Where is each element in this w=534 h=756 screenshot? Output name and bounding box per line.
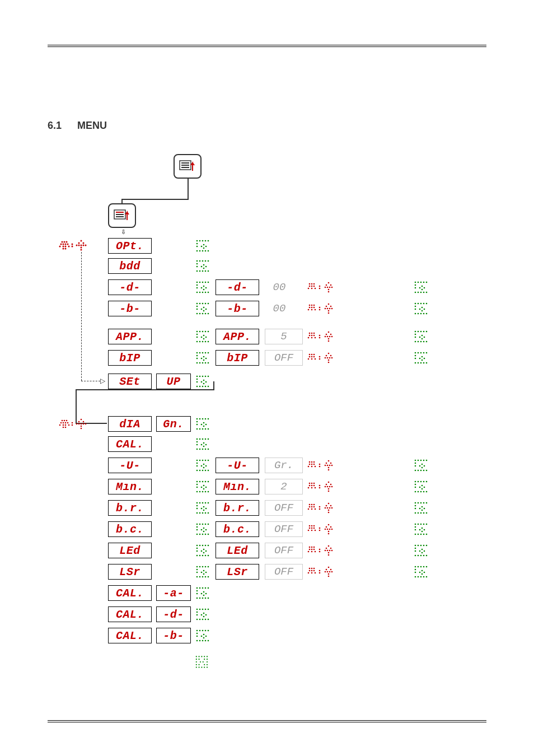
svg-point-514 xyxy=(199,534,201,535)
svg-point-197 xyxy=(326,334,327,335)
svg-point-450 xyxy=(196,502,198,504)
connector-dashed xyxy=(81,381,100,381)
svg-point-33 xyxy=(196,240,198,242)
svg-point-201 xyxy=(329,336,331,338)
svg-point-709 xyxy=(204,656,205,657)
svg-point-164 xyxy=(415,313,416,315)
svg-point-650 xyxy=(421,570,423,572)
svg-point-692 xyxy=(202,630,204,632)
connector-line xyxy=(76,389,214,390)
svg-point-329 xyxy=(208,428,209,430)
seg-exit-icon xyxy=(194,655,213,672)
svg-point-294 xyxy=(65,422,67,424)
svg-point-271 xyxy=(423,362,425,364)
svg-point-63 xyxy=(205,270,207,272)
svg-point-726 xyxy=(204,666,205,668)
svg-point-484 xyxy=(328,510,330,511)
menu-sub-bip: bIP xyxy=(216,350,259,366)
svg-point-607 xyxy=(199,566,201,568)
svg-point-335 xyxy=(196,441,198,443)
seg-return-icon xyxy=(195,239,212,253)
svg-point-664 xyxy=(196,593,198,595)
svg-point-214 xyxy=(424,337,425,338)
svg-point-246 xyxy=(319,356,321,358)
svg-point-25 xyxy=(83,242,85,244)
menu-sub-u: -U- xyxy=(216,458,259,473)
svg-point-36 xyxy=(205,240,207,242)
svg-point-557 xyxy=(205,545,207,547)
svg-point-584 xyxy=(325,550,326,552)
svg-point-165 xyxy=(418,313,419,315)
svg-point-93 xyxy=(326,284,327,286)
svg-point-361 xyxy=(208,470,209,472)
seg-return-icon xyxy=(195,302,212,315)
svg-point-200 xyxy=(327,336,329,338)
seg-return-icon xyxy=(414,459,430,472)
svg-point-13 xyxy=(65,244,67,245)
svg-point-685 xyxy=(196,619,198,620)
svg-point-147 xyxy=(325,308,326,310)
svg-point-326 xyxy=(199,428,201,430)
menu-value-app: 5 xyxy=(265,329,303,344)
svg-point-683 xyxy=(205,614,207,616)
svg-point-86 xyxy=(313,286,315,287)
svg-point-12 xyxy=(63,244,64,245)
menu-aux-a: -a- xyxy=(156,585,191,601)
svg-point-108 xyxy=(419,287,421,289)
seg-return-icon xyxy=(195,281,212,294)
menu-item-d: -d- xyxy=(108,279,152,295)
svg-point-77 xyxy=(199,292,201,293)
svg-point-358 xyxy=(199,470,201,472)
svg-point-259 xyxy=(420,352,422,354)
svg-point-369 xyxy=(315,466,316,468)
svg-point-491 xyxy=(415,505,416,507)
svg-point-669 xyxy=(196,598,198,599)
svg-point-162 xyxy=(424,309,425,310)
svg-point-185 xyxy=(309,333,311,334)
svg-point-436 xyxy=(420,481,422,483)
svg-point-372 xyxy=(319,466,321,468)
seg-return-icon xyxy=(195,351,212,365)
svg-point-645 xyxy=(423,566,425,568)
svg-point-443 xyxy=(424,487,425,488)
svg-point-123 xyxy=(196,309,198,310)
svg-point-543 xyxy=(415,526,416,528)
svg-point-341 xyxy=(196,449,198,450)
svg-point-160 xyxy=(419,309,421,310)
svg-point-71 xyxy=(196,287,198,289)
svg-point-419 xyxy=(313,485,315,487)
svg-point-282 xyxy=(205,381,207,383)
svg-point-64 xyxy=(208,270,209,272)
svg-point-481 xyxy=(327,507,329,509)
svg-point-116 xyxy=(426,292,428,293)
svg-point-578 xyxy=(311,551,313,553)
nav-arrows-icon xyxy=(59,417,90,431)
svg-point-411 xyxy=(202,491,204,493)
svg-point-347 xyxy=(199,460,201,461)
svg-point-319 xyxy=(196,421,198,423)
menu-item-cal-a: CAL. xyxy=(108,585,152,601)
svg-point-281 xyxy=(203,380,205,381)
svg-point-99 xyxy=(328,289,330,291)
svg-point-506 xyxy=(208,524,209,525)
svg-point-46 xyxy=(202,250,204,252)
svg-point-641 xyxy=(328,576,330,577)
svg-point-629 xyxy=(315,572,316,574)
svg-point-27 xyxy=(81,245,82,246)
menu-diagram: ⇩ ▷ OPt. xyxy=(48,154,486,680)
svg-point-191 xyxy=(308,337,310,339)
svg-point-510 xyxy=(203,528,205,529)
svg-point-580 xyxy=(319,551,321,553)
menu-value-lsr: OFF xyxy=(265,564,303,580)
svg-point-360 xyxy=(205,470,207,472)
svg-point-152 xyxy=(328,312,330,314)
svg-point-558 xyxy=(208,545,209,547)
seg-return-icon xyxy=(195,259,212,273)
svg-point-90 xyxy=(319,286,321,287)
svg-point-67 xyxy=(202,282,204,283)
svg-point-288 xyxy=(208,386,209,388)
svg-point-604 xyxy=(423,555,425,557)
svg-point-541 xyxy=(423,524,425,525)
svg-point-597 xyxy=(419,550,421,552)
svg-point-616 xyxy=(203,573,205,575)
